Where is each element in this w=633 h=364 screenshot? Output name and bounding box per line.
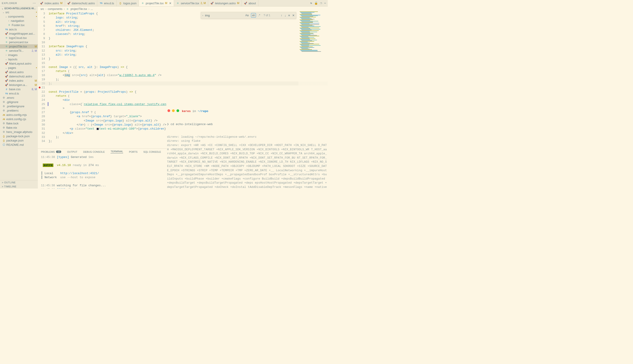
tree-item-src[interactable]: ⌄src• bbox=[0, 10, 38, 14]
breadcrumb-segment[interactable]: ... bbox=[91, 8, 93, 10]
tree-item-flake-nix[interactable]: ⚙flake.nix bbox=[0, 126, 38, 130]
tab-about[interactable]: 🚀about bbox=[242, 0, 258, 6]
find-regex-option[interactable]: .* bbox=[258, 13, 261, 17]
window-traffic-lights[interactable]: keres in ~/repo bbox=[167, 109, 328, 114]
file-status: 8, M bbox=[32, 88, 37, 91]
file-name: astro.config.mjs bbox=[6, 113, 27, 116]
split-icon[interactable]: ❐ bbox=[320, 1, 322, 5]
file-name: package-lock.json bbox=[6, 134, 30, 138]
tree-item--prettierrc[interactable]: ⚙.prettierrc bbox=[0, 108, 38, 113]
tree-item-package-lock-json[interactable]: {}package-lock.json bbox=[0, 134, 38, 138]
find-close-icon[interactable]: ✕ bbox=[292, 14, 295, 17]
find-input[interactable] bbox=[205, 14, 243, 17]
code-line-7[interactable]: children: JSX.Element; bbox=[49, 28, 328, 32]
tree-item-leistungen-a---[interactable]: 🚀leistungen.a...M bbox=[0, 83, 38, 87]
panel-tab-sql-console[interactable]: SQL CONSOLE bbox=[143, 150, 161, 154]
code-line-13[interactable]: alt: string; bbox=[49, 53, 328, 57]
find-expand-icon[interactable]: › bbox=[202, 14, 203, 17]
panel-tab-debug-console[interactable]: DEBUG CONSOLE bbox=[83, 150, 105, 154]
code-line-14[interactable]: } bbox=[49, 57, 328, 61]
maximize-window-icon[interactable] bbox=[177, 109, 179, 112]
code-line-12[interactable]: src: string; bbox=[49, 49, 328, 53]
more-icon[interactable]: ⋯ bbox=[324, 1, 326, 5]
tab-env-d-ts[interactable]: TSenv.d.ts bbox=[97, 0, 117, 6]
code-line-20[interactable]: }; bbox=[49, 82, 328, 86]
panel-tab-output[interactable]: OUTPUT bbox=[67, 150, 77, 154]
tab-projectTile-tsx[interactable]: ⚛projectTile.tsxM✕ bbox=[139, 0, 174, 6]
tree-item-pages[interactable]: ⌄pages• bbox=[0, 66, 38, 70]
code-line-11[interactable]: interface ImageProps { bbox=[49, 44, 328, 48]
tree-item-README-md[interactable]: ⓘREADME.md bbox=[0, 143, 38, 147]
code-line-16[interactable]: const Image = ({ src, alt }: ImageProps)… bbox=[49, 65, 328, 69]
code-line-17[interactable]: return ( bbox=[49, 69, 328, 73]
tree-item-serviceTil---[interactable]: ⚛serviceTil...2, M bbox=[0, 48, 38, 53]
tab-leistungen-astro[interactable]: 🚀leistungen.astroM bbox=[208, 0, 242, 6]
code-line-10[interactable] bbox=[49, 40, 328, 44]
tree-item-logoCloud-tsx[interactable]: ⚛logoCloud.tsx bbox=[0, 36, 38, 40]
tree-item--gitignore[interactable]: ⚙.gitignore bbox=[0, 100, 38, 104]
panel-tab-ports[interactable]: PORTS bbox=[129, 150, 138, 154]
astro-icon: 🚀 bbox=[211, 2, 214, 5]
project-header[interactable]: ⌄ ECHO-INTELLIGENCE-W... bbox=[0, 6, 38, 10]
outline-section[interactable]: > OUTLINE bbox=[0, 180, 38, 184]
tree-item--envrc[interactable]: ⚙.envrc bbox=[0, 96, 38, 100]
find-case-option[interactable]: Aa bbox=[245, 13, 249, 17]
close-window-icon[interactable] bbox=[168, 109, 170, 112]
tree-item-components[interactable]: ⌄components• bbox=[0, 14, 38, 19]
explorer-more-icon[interactable]: ⋯ bbox=[33, 1, 36, 5]
tree-item-Footer-tsx[interactable]: ⚛Footer.tsx bbox=[0, 23, 38, 27]
tree-item-eslint-config-cjs[interactable]: JSeslint.config.cjs bbox=[0, 117, 38, 121]
code-line-5[interactable]: alt: string; bbox=[49, 20, 328, 24]
code-line-8[interactable]: classes?: string; bbox=[49, 32, 328, 36]
panel-tab-problems[interactable]: PROBLEMS10 bbox=[41, 150, 61, 154]
minimize-window-icon[interactable] bbox=[172, 109, 175, 112]
tree-item-datenschutz-astro[interactable]: 🚀datenschutz.astro bbox=[0, 74, 38, 78]
code-line-21[interactable] bbox=[49, 86, 328, 90]
tree-item-about-astro[interactable]: 🚀about.astro bbox=[0, 70, 38, 74]
tree-item-projectTile-tsx[interactable]: ⚛projectTile.tsxM bbox=[0, 44, 38, 48]
lock-icon[interactable]: 🔒 bbox=[314, 1, 318, 5]
find-selection-icon[interactable]: ≡ bbox=[288, 14, 290, 17]
code-line-18[interactable]: <img src={src} alt={alt} class="w-[100%]… bbox=[49, 73, 328, 78]
tree-item-package-json[interactable]: {}package.json bbox=[0, 138, 38, 143]
find-word-option[interactable]: ab bbox=[251, 13, 256, 18]
breadcrumb[interactable]: src›components›⚛projectTile.tsx›... bbox=[38, 6, 328, 12]
tab-logos-json[interactable]: {}logos.json bbox=[117, 0, 139, 6]
timeline-section[interactable]: > TIMELINE bbox=[0, 184, 38, 188]
code-line-9[interactable]: } bbox=[49, 36, 328, 40]
tree-item-MainLayout-astro[interactable]: 🚀MainLayout.astro bbox=[0, 62, 38, 66]
tree-item-images[interactable]: ›images bbox=[0, 53, 38, 57]
breadcrumb-segment[interactable]: components bbox=[48, 8, 62, 10]
floating-terminal[interactable]: keres in ~/repo ❯ cd echo-intelligence-w… bbox=[167, 100, 328, 188]
tree-item-index-astro[interactable]: 🚀index.astroM bbox=[0, 78, 38, 83]
code-line-19[interactable]: ); bbox=[49, 78, 328, 82]
code-line-22[interactable]: const ProjectTile = (props: ProjectTileP… bbox=[49, 90, 328, 94]
tree-item-personcard-tsx[interactable]: ⚛personcard.tsx bbox=[0, 40, 38, 44]
tree-item-navigation[interactable]: ›navigation bbox=[0, 19, 38, 23]
tree-item-env-d-ts[interactable]: TSenv.d.ts bbox=[0, 91, 38, 96]
tab-datenschutz-astro[interactable]: 🚀datenschutz.astro bbox=[65, 0, 98, 6]
code-line-23[interactable]: return ( bbox=[49, 94, 328, 98]
tree-item-layouts[interactable]: ⌄layouts bbox=[0, 57, 38, 62]
find-prev-icon[interactable]: ↑ bbox=[281, 14, 282, 17]
breadcrumb-segment[interactable]: projectTile.tsx bbox=[71, 8, 87, 10]
breadcrumb-segment[interactable]: src bbox=[41, 8, 44, 10]
tree-item-imageWrapper-ast---[interactable]: 🚀imageWrapper.ast... bbox=[0, 32, 38, 36]
tab-serviceTile-tsx[interactable]: ⚛serviceTile.tsx2, M bbox=[174, 0, 208, 6]
compare-icon[interactable]: ⇆ bbox=[310, 1, 312, 5]
tree-item-aos-ts[interactable]: TSaos.ts bbox=[0, 27, 38, 32]
panel-tab-terminal[interactable]: TERMINAL bbox=[111, 150, 123, 154]
tab-actions: ⇆ 🔒 ❐ ⋯ bbox=[309, 0, 328, 6]
tree-item-base-css[interactable]: #base.css8, M bbox=[0, 87, 38, 91]
ts-icon: TS bbox=[5, 28, 8, 30]
file-status: 2, M bbox=[32, 49, 37, 52]
tree-item-flake-lock[interactable]: ⚙flake.lock bbox=[0, 121, 38, 126]
tree-item-hero_image-afphoto[interactable]: ⚙hero_image.afphoto bbox=[0, 130, 38, 134]
code-line-6[interactable]: href?: string; bbox=[49, 24, 328, 28]
code-line-15[interactable] bbox=[49, 61, 328, 65]
tree-item-astro-config-mjs[interactable]: JSastro.config.mjs bbox=[0, 113, 38, 117]
find-next-icon[interactable]: ↓ bbox=[285, 14, 286, 17]
close-tab-icon[interactable]: ✕ bbox=[169, 2, 172, 5]
tab-index-astro[interactable]: 🚀index.astroM bbox=[38, 0, 65, 6]
tree-item--prettierignore[interactable]: ⚙.prettierignore bbox=[0, 104, 38, 108]
